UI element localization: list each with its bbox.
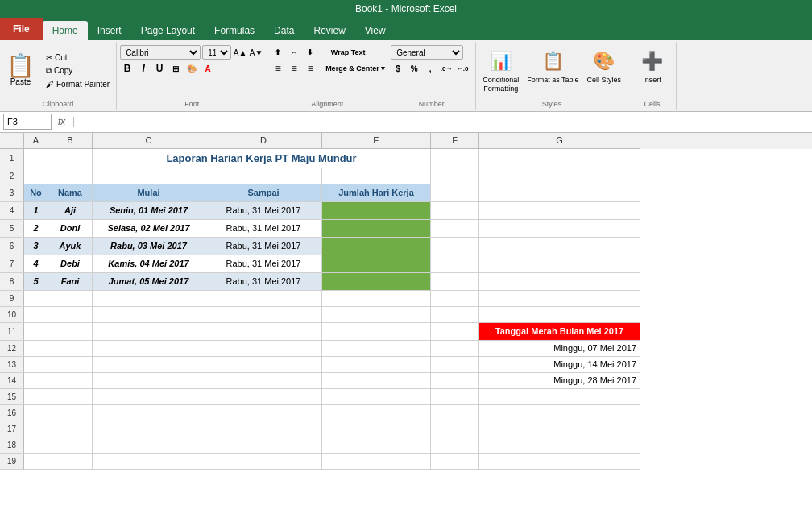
cell-a6[interactable]: 3 [24,238,48,255]
cell-a3[interactable]: No [24,184,48,202]
percent-pct-button[interactable]: % [407,61,421,76]
cell-d18[interactable] [205,437,322,454]
col-header-b[interactable]: B [48,133,93,149]
cell-d9[interactable] [205,291,322,307]
cell-d4[interactable]: Rabu, 31 Mei 2017 [205,202,322,220]
insert-button[interactable]: ➕ Insert [632,45,673,88]
cell-d7[interactable]: Rabu, 31 Mei 2017 [205,255,322,273]
cell-b6[interactable]: Ayuk [48,238,93,255]
row-header-1[interactable]: 1 [0,149,24,168]
cell-b10[interactable] [48,307,93,323]
cell-e12[interactable] [322,341,431,357]
cell-b3[interactable]: Nama [48,184,93,202]
cell-d10[interactable] [205,307,322,323]
cell-f18[interactable] [431,437,479,454]
tab-file[interactable]: File [0,18,43,40]
cell-g18[interactable] [479,437,640,454]
cell-b17[interactable] [48,421,93,437]
row-header-9[interactable]: 9 [0,291,24,307]
tab-page-layout[interactable]: Page Layout [131,21,205,40]
cell-f19[interactable] [431,454,479,470]
bold-button[interactable]: B [120,61,135,76]
cell-b12[interactable] [48,341,93,357]
row-header-17[interactable]: 17 [0,421,24,437]
cell-c18[interactable] [93,437,205,454]
wrap-text-button[interactable]: Wrap Text [327,45,369,60]
cell-f17[interactable] [431,421,479,437]
cell-c17[interactable] [93,421,205,437]
cell-c4[interactable]: Senin, 01 Mei 2017 [93,202,205,220]
cell-f9[interactable] [431,291,479,307]
cell-f5[interactable] [431,220,479,238]
col-header-c[interactable]: C [93,133,205,149]
paste-button[interactable]: 📋 Paste [3,52,38,89]
col-header-d[interactable]: D [205,133,322,149]
increase-font-button[interactable]: A▲ [233,45,247,60]
row-header-5[interactable]: 5 [0,220,24,238]
cell-e4[interactable] [322,202,431,220]
cell-e19[interactable] [322,454,431,470]
italic-button[interactable]: I [136,61,151,76]
cell-c13[interactable] [93,357,205,373]
align-right-button[interactable]: ≡ [303,61,317,76]
cell-e16[interactable] [322,405,431,421]
cell-e8[interactable] [322,273,431,291]
cut-button[interactable]: ✂ Cut [43,52,113,64]
format-painter-button[interactable]: 🖌 Format Painter [43,78,113,90]
align-center-button[interactable]: ≡ [287,61,301,76]
row-header-11[interactable]: 11 [0,323,24,341]
cell-a16[interactable] [24,405,48,421]
cell-styles-button[interactable]: 🎨 Cell Styles [584,45,625,88]
col-header-e[interactable]: E [322,133,431,149]
cell-b2[interactable] [48,168,93,184]
cell-b7[interactable]: Debi [48,255,93,273]
cell-c8[interactable]: Jumat, 05 Mei 2017 [93,273,205,291]
cell-b4[interactable]: Aji [48,202,93,220]
cell-a9[interactable] [24,291,48,307]
fill-color-button[interactable]: 🎨 [184,61,199,76]
cell-c2[interactable] [93,168,205,184]
cell-e17[interactable] [322,421,431,437]
cell-c6[interactable]: Rabu, 03 Mei 2017 [93,238,205,255]
cell-d6[interactable]: Rabu, 31 Mei 2017 [205,238,322,255]
row-header-13[interactable]: 13 [0,357,24,373]
cell-f14[interactable] [431,373,479,389]
cell-g11[interactable]: Tanggal Merah Bulan Mei 2017 [479,323,640,341]
cell-c11[interactable] [93,323,205,341]
cell-a8[interactable]: 5 [24,273,48,291]
cell-c14[interactable] [93,373,205,389]
formula-input[interactable] [79,114,809,129]
align-middle-button[interactable]: ↔ [287,45,301,60]
row-header-18[interactable]: 18 [0,437,24,454]
cell-g16[interactable] [479,405,640,421]
cell-a11[interactable] [24,323,48,341]
cell-d16[interactable] [205,405,322,421]
tab-formulas[interactable]: Formulas [205,21,264,40]
cell-d19[interactable] [205,454,322,470]
cell-f8[interactable] [431,273,479,291]
percent-button[interactable]: $ [391,61,405,76]
cell-a15[interactable] [24,389,48,405]
cell-e9[interactable] [322,291,431,307]
cell-d15[interactable] [205,389,322,405]
cell-e2[interactable] [322,168,431,184]
cell-a10[interactable] [24,307,48,323]
cell-e15[interactable] [322,389,431,405]
cell-d17[interactable] [205,421,322,437]
tab-home[interactable]: Home [43,21,88,40]
decrease-decimal-button[interactable]: ←.0 [455,61,470,76]
cell-f12[interactable] [431,341,479,357]
cell-a1[interactable] [24,149,48,168]
cell-a14[interactable] [24,373,48,389]
decrease-font-button[interactable]: A▼ [249,45,263,60]
cell-g10[interactable] [479,307,640,323]
conditional-formatting-button[interactable]: 📊 ConditionalFormatting [479,45,522,97]
row-header-8[interactable]: 8 [0,273,24,291]
cell-b9[interactable] [48,291,93,307]
cell-d3[interactable]: Sampai [205,184,322,202]
cell-f15[interactable] [431,389,479,405]
cell-f2[interactable] [431,168,479,184]
cell-e14[interactable] [322,373,431,389]
row-header-16[interactable]: 16 [0,405,24,421]
tab-data[interactable]: Data [264,21,304,40]
